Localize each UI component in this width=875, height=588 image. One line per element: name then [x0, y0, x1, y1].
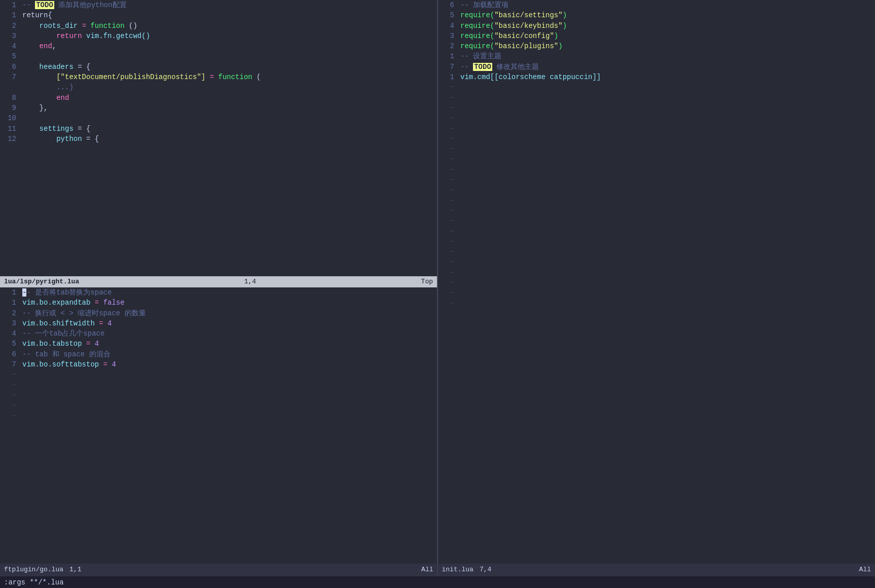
code-line: ~: [438, 227, 875, 237]
line-content: return vim.fn.getcwd(): [22, 31, 435, 41]
code-line: ...): [0, 82, 437, 92]
code-line: 6 heeaders = {: [0, 62, 437, 72]
line-content: -- 设置主题: [460, 51, 873, 61]
line-content: roots_dir = function (): [22, 21, 435, 31]
code-line: ~: [0, 380, 437, 390]
line-number: ~: [440, 216, 454, 226]
code-line: ~: [438, 206, 875, 216]
line-number: 1: [440, 51, 454, 61]
code-line: ~: [438, 165, 875, 175]
line-number: 1: [2, 0, 16, 10]
code-line: ~: [438, 134, 875, 144]
code-line: ~: [438, 196, 875, 206]
line-number: 6: [2, 349, 16, 359]
code-line: ~: [0, 411, 437, 421]
mid-status-extra: Top: [421, 277, 433, 287]
code-line: 1vim.bo.expandtab = false: [0, 298, 437, 308]
line-number: ~: [440, 299, 454, 309]
code-line: 8 end: [0, 93, 437, 103]
line-number: ~: [440, 278, 454, 288]
right-status-filename: init.lua: [442, 565, 473, 575]
left-bottom-section: 1-- 是否将tab替换为space1vim.bo.expandtab = fa…: [0, 287, 437, 564]
line-content: -- tab 和 space 的混合: [22, 349, 435, 359]
code-line: 1-- 设置主题: [438, 51, 875, 61]
code-line: ~: [438, 82, 875, 92]
line-content: end: [22, 93, 435, 103]
line-number: 4: [440, 21, 454, 31]
code-line: 2require("basic/plugins"): [438, 41, 875, 51]
line-number: ~: [440, 113, 454, 123]
line-number: ~: [2, 400, 16, 411]
left-status-filename: ftplugin/go.lua: [4, 565, 63, 575]
code-line: 2 roots_dir = function (): [0, 21, 437, 31]
line-content: -- TODO 添加其他python配置: [22, 0, 435, 10]
line-number: ~: [440, 227, 454, 237]
code-line: ~: [438, 124, 875, 134]
command-line[interactable]: :args **/*.lua: [0, 576, 875, 588]
line-number: ~: [440, 82, 454, 92]
left-bottom-code: 1-- 是否将tab替换为space1vim.bo.expandtab = fa…: [0, 287, 437, 564]
line-number: ~: [440, 144, 454, 154]
code-line: ~: [0, 370, 437, 380]
line-number: 3: [440, 31, 454, 41]
code-line: ~: [438, 144, 875, 154]
bottom-status-left: ftplugin/go.lua 1,1 All: [0, 564, 438, 576]
code-line: 4 end,: [0, 41, 437, 51]
mid-status-filename: lua/lsp/pyright.lua: [4, 277, 79, 287]
line-content: heeaders = {: [22, 62, 435, 72]
code-line: 4-- 一个tab占几个space: [0, 328, 437, 339]
line-number: 7: [2, 72, 16, 82]
line-number: ~: [440, 124, 454, 134]
code-line: 3require("basic/config"): [438, 31, 875, 41]
code-line: 1-- TODO 添加其他python配置: [0, 0, 437, 10]
line-content: vim.bo.softtabstop = 4: [22, 359, 435, 370]
code-line: 1vim.cmd[[colorscheme catppuccin]]: [438, 72, 875, 82]
line-number: ~: [440, 268, 454, 278]
line-number: 11: [2, 124, 16, 134]
line-number: ~: [440, 93, 454, 103]
code-line: ~: [438, 268, 875, 278]
code-line: 2-- 换行或 < > 缩进时space 的数量: [0, 308, 437, 318]
main-panes: 1-- TODO 添加其他python配置1return{2 roots_dir…: [0, 0, 875, 564]
code-line: 5require("basic/settings"): [438, 10, 875, 20]
line-content: end,: [22, 41, 435, 51]
line-number: ~: [440, 237, 454, 247]
code-line: ~: [438, 237, 875, 247]
line-content: ...): [22, 82, 435, 92]
right-status-pos: 7,4: [480, 565, 491, 575]
line-number: ~: [440, 154, 454, 164]
editor-container: 1-- TODO 添加其他python配置1return{2 roots_dir…: [0, 0, 875, 588]
line-number: ~: [2, 370, 16, 380]
code-line: 5: [0, 51, 437, 61]
line-content: vim.bo.shiftwidth = 4: [22, 318, 435, 328]
code-line: ~: [438, 299, 875, 309]
code-line: ~: [438, 288, 875, 298]
line-content: ["textDocument/publishDiagnostics"] = fu…: [22, 72, 435, 82]
line-number: 1: [2, 298, 16, 308]
line-number: 2: [440, 41, 454, 51]
line-number: ~: [440, 185, 454, 195]
code-line: ~: [438, 247, 875, 257]
code-line: 3 return vim.fn.getcwd(): [0, 31, 437, 41]
line-number: 5: [2, 51, 16, 61]
line-number: ~: [440, 165, 454, 175]
line-number: 6: [440, 0, 454, 10]
code-line: ~: [438, 185, 875, 195]
line-content: return{: [22, 10, 435, 20]
line-content: -- 一个tab占几个space: [22, 328, 435, 339]
line-number: 4: [2, 328, 16, 339]
code-line: ~: [0, 400, 437, 411]
code-line: 12 python = {: [0, 134, 437, 144]
line-number: 12: [2, 134, 16, 144]
line-content: },: [22, 103, 435, 113]
code-line: 6-- tab 和 space 的混合: [0, 349, 437, 359]
line-number: 1: [2, 10, 16, 20]
left-status-pos: 1,1: [69, 565, 81, 575]
line-content: require("basic/settings"): [460, 10, 873, 20]
line-number: ~: [440, 206, 454, 216]
line-number: 4: [2, 41, 16, 51]
line-number: 5: [2, 339, 16, 349]
right-status-extra: All: [859, 565, 871, 575]
code-line: 9 },: [0, 103, 437, 113]
code-area-left-bottom: 1-- 是否将tab替换为space1vim.bo.expandtab = fa…: [0, 287, 437, 564]
